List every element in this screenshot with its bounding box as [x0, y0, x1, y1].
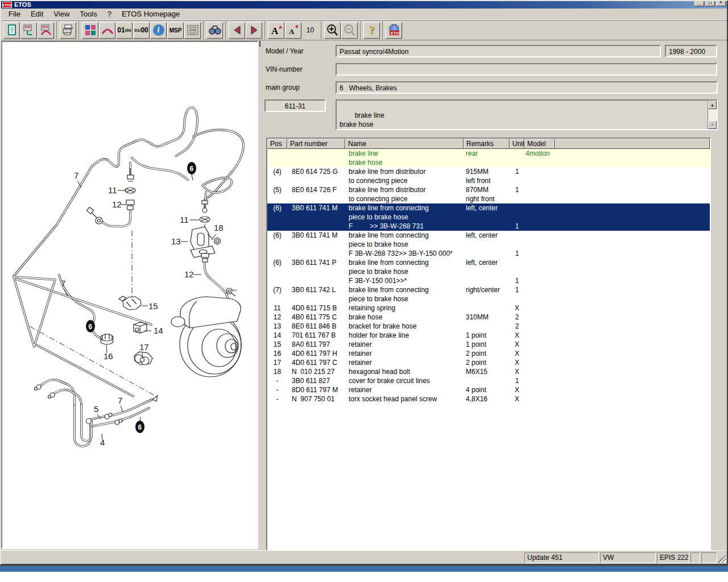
table-row[interactable]: -3B0 611 827cover for brake circuit line… [267, 376, 710, 385]
table-row[interactable]: (6)3B0 611 741 Mbrake line from connecti… [267, 231, 710, 258]
table-row[interactable]: 124B0 611 775 Cbrake hose310MM2 [267, 313, 710, 322]
cell-part: 4D0 611 797 C [287, 358, 345, 367]
table-row[interactable]: 114D0 611 715 Bretaining springX [267, 304, 710, 313]
part-callout-4[interactable]: 4 [100, 438, 105, 447]
menu-file[interactable]: File [3, 9, 26, 19]
vin-field[interactable] [336, 63, 717, 76]
cell-remarks [464, 304, 510, 313]
year-range-field[interactable]: 1998 - 2000 [665, 45, 717, 57]
next-button[interactable] [246, 22, 262, 39]
page-00-01-button[interactable]: 01/00 [133, 22, 150, 39]
cell-remarks: left, center [464, 231, 510, 258]
part-callout-18[interactable]: 18 [214, 223, 224, 232]
previous-button[interactable] [229, 22, 245, 39]
msp-button[interactable]: MSP [167, 22, 184, 39]
group-code-field[interactable]: 611-31 [264, 99, 326, 112]
maximize-button[interactable]: □ [705, 1, 715, 6]
table-row[interactable]: 138E0 611 846 Bbracket for brake hose2 [267, 322, 710, 331]
part-callout-5[interactable]: 5 [94, 404, 98, 414]
table-row[interactable]: 18N 010 215 27hexagonal head boltM6X15X [267, 367, 710, 376]
part-callout-16[interactable]: 16 [104, 351, 113, 361]
cell-model [524, 394, 555, 404]
arc-button[interactable] [99, 22, 115, 39]
cell-model [524, 313, 555, 322]
cell-spacer [555, 376, 710, 385]
font-increase-button[interactable]: A [268, 22, 284, 39]
cell-pos: - [267, 376, 287, 385]
part-callout-11[interactable]: 11 [108, 185, 117, 195]
part-callout-15[interactable]: 15 [148, 301, 158, 311]
column-header-remarks[interactable]: Remarks [464, 139, 510, 149]
table-row[interactable]: 174D0 611 797 Cretainer2 pointX [267, 358, 710, 367]
red-arc-icon [101, 26, 114, 35]
part-callout-7[interactable]: 7 [118, 396, 122, 405]
table-row[interactable]: (7)3B0 611 742 Lbrake line from connecti… [267, 285, 710, 304]
group-description-box[interactable]: brake line brake hose ▲ ▼ [336, 99, 718, 130]
table-row[interactable]: 164D0 611 797 Hretainer2 pointX [267, 349, 710, 358]
new-document-button[interactable] [3, 22, 20, 39]
part-callout-12[interactable]: 12 [112, 199, 122, 209]
cell-spacer [555, 349, 710, 358]
column-header-pos[interactable]: Pos [267, 139, 287, 149]
scroll-down-icon[interactable]: ▼ [708, 120, 717, 129]
print-button[interactable] [60, 22, 76, 39]
menu--[interactable]: ? [102, 9, 117, 19]
column-header-part-number[interactable]: Part number [287, 139, 345, 149]
table-row[interactable]: -N 907 750 01torx socket head panel scre… [267, 394, 710, 404]
zoom-out-button[interactable] [341, 22, 358, 39]
cell-model [524, 185, 555, 203]
column-header-unit[interactable]: Unit [510, 139, 524, 149]
cell-model [524, 349, 555, 358]
cell-part: 8A0 611 797 [287, 340, 345, 349]
cell-part: 8E0 614 725 G [287, 167, 345, 185]
selected-position-marker-label: 6 [138, 423, 142, 431]
part-callout-17[interactable]: 17 [139, 342, 149, 352]
table-header: PosPart numberNameRemarksUnitModel [267, 139, 710, 149]
resize-grip-icon[interactable] [718, 555, 726, 563]
catalog-arc-button[interactable] [38, 22, 54, 39]
part-callout-11[interactable]: 11 [180, 215, 189, 225]
color-groups-button[interactable] [82, 22, 98, 39]
minimize-button[interactable]: _ [694, 1, 704, 6]
menu-tools[interactable]: Tools [75, 9, 102, 19]
description-scrollbar[interactable]: ▲ ▼ [708, 101, 717, 129]
menu-etos-homepage[interactable]: ETOS Homepage [117, 9, 185, 19]
part-callout-7[interactable]: 7 [74, 171, 78, 180]
column-header-name[interactable]: Name [345, 139, 464, 149]
table-row[interactable]: (6)3B0 611 741 Mbrake line from connecti… [267, 203, 710, 231]
table-row[interactable]: (5)8E0 614 726 Fbrake line from distribu… [267, 185, 710, 203]
help-button[interactable]: ? [363, 22, 380, 39]
table-row[interactable]: 14701 611 767 Bholder for brake line1 po… [267, 331, 710, 340]
model-year-field[interactable]: Passat syncro/4Motion [336, 45, 661, 57]
part-callout-14[interactable]: 14 [154, 326, 163, 335]
cell-pos: (7) [267, 285, 287, 304]
catalog-usage-button[interactable] [20, 22, 37, 39]
globe-etos-icon: ETOS [388, 24, 400, 36]
part-callout-13[interactable]: 13 [171, 236, 181, 246]
main-group-field[interactable]: 6 Wheels, Brakes [336, 81, 718, 94]
etos-homepage-button[interactable]: ETOS [386, 22, 402, 39]
table-row[interactable]: (6)3B0 611 741 Pbrake line from connecti… [267, 258, 710, 285]
zoom-in-button[interactable] [324, 22, 341, 39]
grid-button[interactable] [184, 22, 201, 39]
column-header-model[interactable]: Model [524, 139, 555, 149]
arrow-left-icon [233, 25, 242, 35]
menu-view[interactable]: View [48, 9, 75, 19]
close-button[interactable]: x [716, 1, 726, 6]
svg-text:ETOS: ETOS [391, 31, 400, 35]
menu-edit[interactable]: Edit [26, 9, 48, 19]
info-button[interactable]: i [150, 22, 167, 39]
scroll-up-icon[interactable]: ▲ [708, 101, 717, 109]
part-callout-7[interactable]: 7 [61, 278, 65, 288]
page-01-00-button[interactable]: 01/00 [116, 22, 133, 39]
part-callout-12[interactable]: 12 [184, 269, 194, 279]
table-row[interactable]: -8D0 611 797 Mretainer4 pointX [267, 385, 710, 394]
diagram-panel[interactable]: 7111211131812715141617754666 [1, 41, 258, 549]
table-row[interactable]: 158A0 611 797retainer1 pointX [267, 340, 710, 349]
section-row[interactable]: brake line brake hoserear4motion [267, 149, 710, 167]
menu-bar: FileEditViewTools?ETOS Homepage [1, 9, 727, 20]
cell-unit: X [510, 358, 524, 367]
table-row[interactable]: (4)8E0 614 725 Gbrake line from distribu… [267, 167, 710, 185]
font-decrease-button[interactable]: A [285, 22, 301, 39]
search-button[interactable] [206, 22, 223, 39]
